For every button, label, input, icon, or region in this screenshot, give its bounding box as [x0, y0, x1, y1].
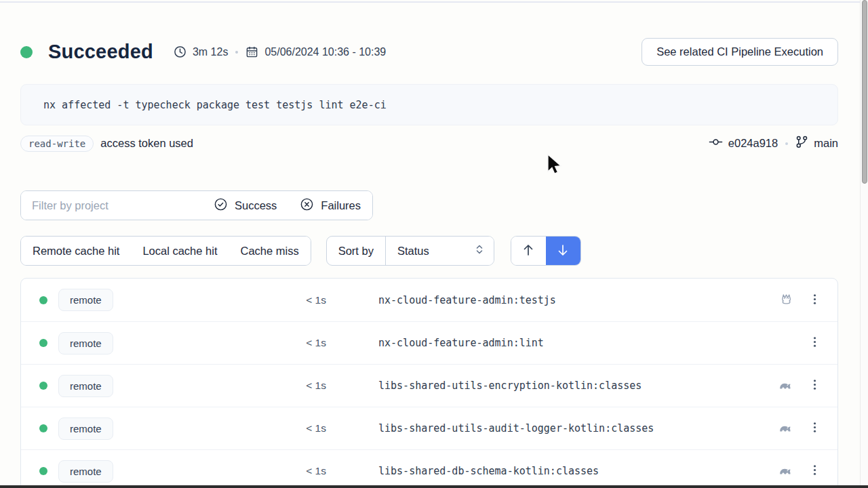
sort-direction-group — [511, 236, 581, 266]
task-row[interactable]: remote< 1slibs-shared-utils-encryption-k… — [21, 364, 837, 407]
run-command-text: nx affected -t typecheck package test te… — [43, 99, 387, 111]
sort-by-label: Sort by — [327, 237, 385, 265]
run-date: 05/06/2024 10:36 - 10:39 — [245, 45, 386, 58]
token-vcs-row: read-write access token used e024a918 ma… — [20, 135, 838, 152]
vcs-info: e024a918 main — [709, 135, 838, 152]
filter-by-project-input[interactable] — [21, 191, 202, 220]
page-title: Succeeded — [48, 41, 153, 63]
jest-icon — [778, 292, 794, 308]
branch-ref[interactable]: main — [795, 136, 838, 151]
task-duration: < 1s — [287, 465, 326, 477]
separator-dot — [785, 142, 788, 145]
sort-group: Sort by Status — [326, 236, 494, 266]
failures-filter-label: Failures — [321, 199, 361, 212]
task-row[interactable]: remote< 1snx-cloud-feature-admin:lint — [21, 321, 837, 364]
duration-text: 3m 12s — [193, 46, 228, 58]
run-header: Succeeded 3m 12s 05/06/2024 10:36 - 10:3… — [20, 38, 838, 66]
task-status-dot — [39, 339, 47, 347]
gradle-icon — [778, 420, 794, 436]
filter-row: Success Failures — [20, 190, 373, 220]
task-name[interactable]: nx-cloud-feature-admin:testjs — [378, 294, 556, 306]
mouse-cursor — [547, 154, 563, 180]
branch-icon — [795, 136, 808, 151]
check-circle-icon — [214, 197, 228, 214]
cache-filter-group: Remote cache hit Local cache hit Cache m… — [20, 236, 311, 266]
task-name[interactable]: libs-shared-db-schema-kotlin:classes — [378, 465, 599, 477]
separator-dot — [235, 51, 238, 54]
run-command-block: nx affected -t typecheck package test te… — [20, 84, 838, 125]
row-menu-button[interactable] — [804, 460, 825, 482]
kebab-icon — [809, 464, 821, 478]
see-related-pipeline-button[interactable]: See related CI Pipeline Execution — [642, 38, 838, 66]
cache-miss-button[interactable]: Cache miss — [229, 237, 310, 265]
sort-field-select[interactable]: Status — [385, 237, 494, 265]
cache-source-badge: remote — [58, 460, 113, 483]
remote-cache-hit-button[interactable]: Remote cache hit — [21, 237, 131, 265]
kebab-icon — [809, 336, 821, 350]
chevron-up-down-icon — [474, 244, 485, 258]
kebab-icon — [809, 422, 821, 435]
scrollbar-thumb[interactable] — [862, 0, 867, 184]
gradle-icon — [778, 378, 794, 394]
task-status-dot — [39, 424, 47, 432]
cache-source-badge: remote — [58, 332, 113, 354]
page-scrollbar[interactable] — [860, 0, 868, 488]
task-row[interactable]: remote< 1slibs-shared-db-schema-kotlin:c… — [21, 449, 837, 488]
task-name[interactable]: libs-shared-utils-encryption-kotlin:clas… — [378, 380, 642, 392]
row-menu-button[interactable] — [804, 375, 825, 396]
row-menu-button[interactable] — [804, 332, 825, 354]
arrow-up-icon — [521, 243, 535, 259]
sort-field-value: Status — [397, 245, 429, 258]
project-filter-group: Success Failures — [20, 190, 373, 220]
failures-filter-button[interactable]: Failures — [288, 191, 372, 220]
success-filter-button[interactable]: Success — [202, 191, 288, 220]
x-circle-icon — [300, 197, 314, 214]
kebab-icon — [809, 379, 821, 392]
bottom-bar — [0, 485, 868, 488]
task-duration: < 1s — [287, 380, 326, 392]
success-filter-label: Success — [235, 199, 277, 212]
access-token-badge: read-write — [20, 136, 94, 152]
task-status-dot — [39, 382, 47, 390]
commit-ref[interactable]: e024a918 — [709, 135, 778, 152]
task-list: remote< 1snx-cloud-feature-admin:testjsr… — [20, 278, 838, 488]
calendar-icon — [245, 45, 258, 58]
row-menu-button[interactable] — [804, 418, 825, 439]
cache-source-badge: remote — [58, 375, 113, 397]
clock-icon — [174, 45, 186, 58]
run-duration: 3m 12s — [174, 45, 228, 58]
cache-source-badge: remote — [58, 289, 113, 311]
run-status-dot — [20, 46, 33, 58]
sort-descending-button[interactable] — [546, 237, 580, 265]
cache-source-badge: remote — [58, 418, 113, 440]
access-token-label: access token used — [100, 137, 193, 150]
task-duration: < 1s — [287, 294, 326, 306]
commit-sha: e024a918 — [728, 137, 778, 150]
local-cache-hit-button[interactable]: Local cache hit — [131, 237, 229, 265]
sort-ascending-button[interactable] — [511, 237, 546, 265]
task-status-dot — [39, 467, 47, 475]
task-name[interactable]: nx-cloud-feature-admin:lint — [378, 337, 544, 349]
date-range-text: 05/06/2024 10:36 - 10:39 — [264, 46, 386, 58]
task-name[interactable]: libs-shared-utils-audit-logger-kotlin:cl… — [378, 422, 654, 434]
kebab-icon — [809, 293, 821, 307]
commit-icon — [709, 135, 723, 152]
row-menu-button[interactable] — [804, 289, 825, 311]
gradle-icon — [778, 463, 794, 479]
task-status-dot — [39, 296, 47, 304]
task-row[interactable]: remote< 1snx-cloud-feature-admin:testjs — [21, 279, 837, 321]
controls-row: Remote cache hit Local cache hit Cache m… — [20, 236, 581, 266]
arrow-down-icon — [556, 243, 570, 259]
page-top-divider — [0, 1, 868, 3]
task-duration: < 1s — [287, 337, 326, 349]
branch-name: main — [814, 137, 838, 150]
task-duration: < 1s — [287, 422, 326, 434]
task-row[interactable]: remote< 1slibs-shared-utils-audit-logger… — [21, 407, 837, 449]
